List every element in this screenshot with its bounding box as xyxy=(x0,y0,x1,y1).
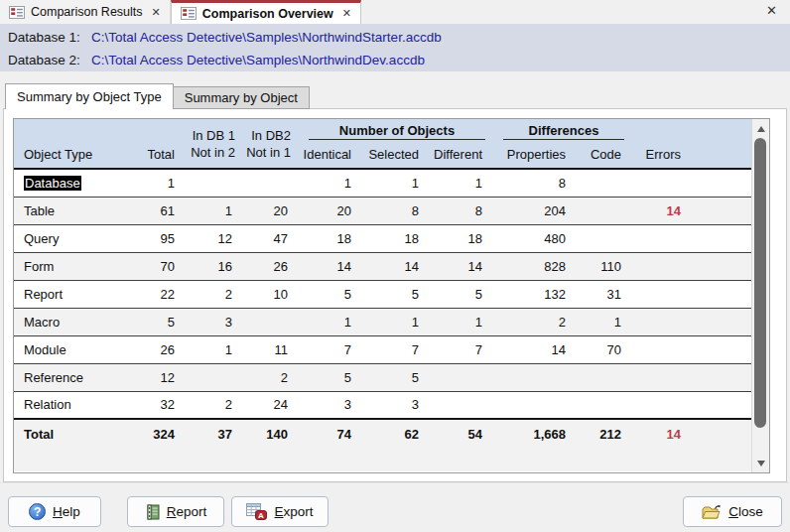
cell: 8 xyxy=(363,197,431,224)
column-header-properties: Properties xyxy=(494,143,578,169)
tab-comparison-overview[interactable]: Comparison Overview ✕ xyxy=(171,0,361,24)
table-row[interactable]: Database11118 xyxy=(14,169,751,197)
column-header-identical: Identical xyxy=(300,143,363,169)
vertical-scrollbar[interactable] xyxy=(751,119,769,472)
object-type-cell: Module xyxy=(14,335,135,363)
cell: 20 xyxy=(300,197,363,224)
tab-summary-by-object[interactable]: Summary by Object xyxy=(174,86,310,109)
report-icon xyxy=(145,504,160,520)
summary-panel: Object Type Total In DB 1 Not in 2 In DB… xyxy=(3,108,787,482)
cell: 828 xyxy=(494,252,578,280)
help-button-label: Help xyxy=(53,504,80,519)
cell: 3 xyxy=(363,391,431,419)
database1-line: Database 1: C:\Total Access Detective\Sa… xyxy=(8,26,790,49)
summary-tab-strip: Summary by Object Type Summary by Object xyxy=(5,83,310,109)
cell: 1 xyxy=(187,335,244,363)
cell: 8 xyxy=(494,169,578,197)
summary-grid: Object Type Total In DB 1 Not in 2 In DB… xyxy=(13,118,770,473)
cell: 70 xyxy=(578,335,633,363)
filler-cell xyxy=(693,280,751,308)
tab-comparison-results[interactable]: Comparison Results ✕ xyxy=(0,0,171,24)
table-row[interactable]: Table61120208820414 xyxy=(14,197,751,224)
cell xyxy=(633,224,693,252)
table-row[interactable]: Module261117771470 xyxy=(14,335,751,363)
column-header-in-db2-not-in-1: In DB2 Not in 1 xyxy=(244,119,300,169)
cell: 10 xyxy=(244,280,300,308)
cell xyxy=(633,391,693,419)
cell: 14 xyxy=(363,252,431,280)
cell xyxy=(187,363,244,391)
svg-text:A: A xyxy=(259,511,265,520)
cell xyxy=(578,224,633,252)
cell: 110 xyxy=(578,252,633,280)
cell: 14 xyxy=(633,419,693,471)
folder-close-icon xyxy=(702,504,722,520)
cell: 18 xyxy=(363,224,431,252)
selected-cell-highlight: Database xyxy=(24,176,81,191)
cell xyxy=(187,169,244,197)
tab-close-icon[interactable]: ✕ xyxy=(152,6,161,19)
tab-summary-by-object-type[interactable]: Summary by Object Type xyxy=(5,83,174,109)
help-button[interactable]: ? Help xyxy=(8,496,101,527)
column-header-errors: Errors xyxy=(633,119,693,169)
cell: 24 xyxy=(244,391,300,419)
group-header-number-of-objects: Number of Objects xyxy=(300,119,494,143)
scrollbar-thumb[interactable] xyxy=(754,138,766,428)
cell: 2 xyxy=(187,391,244,419)
cell: 1,668 xyxy=(494,419,578,471)
cell xyxy=(244,308,300,335)
total-row: Total324371407462541,66821214 xyxy=(14,419,751,471)
cell: 2 xyxy=(494,308,578,335)
report-button[interactable]: Report xyxy=(127,496,224,527)
cell xyxy=(633,363,693,391)
tab-close-icon[interactable]: ✕ xyxy=(342,7,351,20)
cell xyxy=(633,308,693,335)
close-pane-icon[interactable]: ✕ xyxy=(766,4,777,17)
form-icon xyxy=(9,6,25,19)
cell: 74 xyxy=(300,419,363,471)
database-info-strip: Database 1: C:\Total Access Detective\Sa… xyxy=(0,24,790,71)
filler-cell xyxy=(693,335,751,363)
table-row[interactable]: Relation3222433 xyxy=(14,391,751,419)
scroll-down-icon[interactable] xyxy=(752,455,769,471)
cell: 12 xyxy=(135,363,187,391)
cell: 7 xyxy=(300,335,363,363)
cell: 7 xyxy=(431,335,494,363)
report-button-label: Report xyxy=(167,504,207,519)
cell: 324 xyxy=(135,419,187,471)
filler-cell xyxy=(693,197,751,224)
cell xyxy=(578,363,633,391)
cell: 11 xyxy=(244,335,300,363)
cell: 14 xyxy=(633,197,693,224)
cell: 132 xyxy=(494,280,578,308)
column-header-object-type: Object Type xyxy=(14,119,135,169)
cell: 61 xyxy=(135,197,187,224)
table-row[interactable]: Macro5311121 xyxy=(14,308,751,335)
object-type-cell: Relation xyxy=(14,391,135,419)
close-button[interactable]: Close xyxy=(683,496,782,527)
cell: 1 xyxy=(363,169,431,197)
cell: 1 xyxy=(363,308,431,335)
table-row[interactable]: Reference12255 xyxy=(14,363,751,391)
table-row[interactable]: Report2221055513231 xyxy=(14,280,751,308)
cell xyxy=(633,252,693,280)
export-icon: A xyxy=(246,503,267,520)
cell: 70 xyxy=(135,252,187,280)
table-body: Database11118Table61120208820414Query951… xyxy=(14,169,751,471)
cell: 14 xyxy=(300,252,363,280)
column-header-in-db1-not-in-2: In DB 1 Not in 2 xyxy=(187,119,244,169)
cell: 18 xyxy=(300,224,363,252)
scroll-up-icon[interactable] xyxy=(752,120,769,137)
object-type-cell: Total xyxy=(14,419,135,471)
button-bar: ? Help Report xyxy=(0,482,790,532)
export-button[interactable]: A Export xyxy=(231,496,329,527)
cell: 5 xyxy=(431,280,494,308)
object-type-cell: Query xyxy=(14,224,135,252)
table-row[interactable]: Form701626141414828110 xyxy=(14,252,751,280)
form-icon xyxy=(181,7,197,20)
cell: 5 xyxy=(135,308,187,335)
table-row[interactable]: Query951247181818480 xyxy=(14,224,751,252)
cell: 31 xyxy=(578,280,633,308)
cell: 7 xyxy=(363,335,431,363)
filler-cell xyxy=(693,391,751,419)
